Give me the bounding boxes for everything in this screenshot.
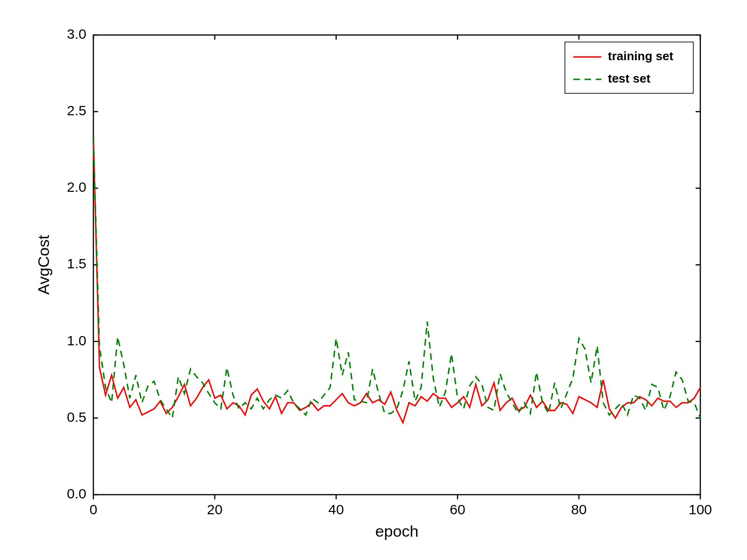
y-tick-label: 2.5 xyxy=(67,103,86,118)
series-training-set xyxy=(93,138,700,423)
y-tick-label: 0.5 xyxy=(67,409,86,425)
y-tick-label: 3.0 xyxy=(67,26,86,42)
chart-container: 0204060801000.00.51.01.52.02.53.0epochAv… xyxy=(0,0,747,560)
x-tick-label: 60 xyxy=(450,502,465,517)
y-axis-label: AvgCost xyxy=(35,235,52,294)
plot-border xyxy=(93,35,700,495)
x-axis-label: epoch xyxy=(375,522,419,540)
x-tick-label: 80 xyxy=(571,502,586,517)
y-tick-label: 1.5 xyxy=(67,256,86,271)
series-test-set xyxy=(93,138,700,418)
line-chart: 0204060801000.00.51.01.52.02.53.0epochAv… xyxy=(0,0,747,560)
y-tick-label: 1.0 xyxy=(67,333,86,348)
y-tick-label: 2.0 xyxy=(67,179,86,195)
x-tick-label: 0 xyxy=(90,502,98,517)
x-tick-label: 100 xyxy=(689,502,712,517)
legend-label: test set xyxy=(608,71,650,85)
x-tick-label: 20 xyxy=(207,502,222,517)
x-tick-label: 40 xyxy=(328,502,344,517)
y-tick-label: 0.0 xyxy=(67,486,86,501)
legend-label: training set xyxy=(608,49,673,63)
